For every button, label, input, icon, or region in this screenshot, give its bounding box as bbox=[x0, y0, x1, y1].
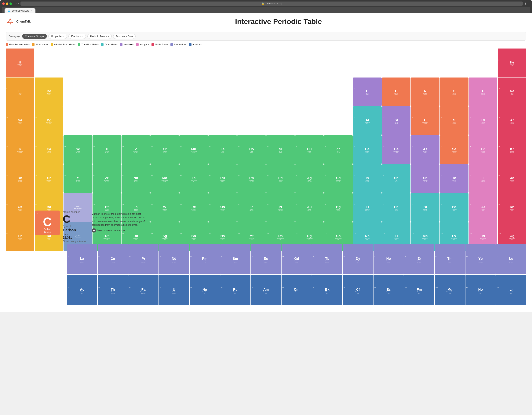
element-cell[interactable]: 1 H Hydrogen 1.007 bbox=[6, 48, 34, 77]
element-cell[interactable]: 27 Co Cobalt 58.933 bbox=[237, 135, 266, 164]
element-cell[interactable]: 56 Ba Barium 137.327 bbox=[35, 193, 63, 222]
close-button[interactable] bbox=[2, 2, 5, 5]
element-cell[interactable]: 8 O Oxygen 15.999 bbox=[440, 77, 468, 106]
element-cell[interactable]: 9 F Fluorine 18.998 bbox=[469, 77, 497, 106]
element-cell[interactable]: 10 Ne Neon 20.18 bbox=[498, 77, 526, 106]
lanthanide-element[interactable]: 63 Eu Europium 151.964 bbox=[251, 244, 281, 274]
element-cell[interactable]: 20 Ca Calcium 40.078 bbox=[35, 135, 63, 164]
element-cell[interactable]: 82 Pb Lead 207.2 bbox=[382, 193, 411, 222]
element-cell[interactable]: 29 Cu Copper 63.546 bbox=[295, 135, 324, 164]
btn-periodic-trends[interactable]: Periodic Trends › bbox=[87, 34, 112, 39]
new-tab-icon[interactable]: + bbox=[528, 2, 530, 5]
address-bar[interactable]: 🔒 chemistrytalk.org bbox=[20, 1, 523, 6]
element-cell[interactable]: 52 Te Tellurium 127.6 bbox=[440, 164, 468, 193]
browser-tab[interactable]: 🌐 chemistrytalk.org ✕ bbox=[5, 8, 36, 13]
forward-icon[interactable]: › bbox=[18, 2, 19, 5]
actinide-element[interactable]: 92 U Uranium 238.029 bbox=[159, 275, 189, 305]
element-cell[interactable]: 55 Cs Cesium 132.905 bbox=[6, 193, 34, 222]
lanthanide-element[interactable]: 61 Pm Promethium 145 bbox=[190, 244, 220, 274]
actinide-element[interactable]: 93 Np Neptunium 237 bbox=[190, 275, 220, 305]
element-cell[interactable]: 80 Hg Mercury 200.59 bbox=[324, 193, 353, 222]
element-cell[interactable]: 39 Y Yttrium 88.906 bbox=[64, 164, 92, 193]
lanthanide-element[interactable]: 70 Yb Ytterbium 173.054 bbox=[466, 244, 496, 274]
actinide-element[interactable]: 94 Pu Plutonium 244 bbox=[220, 275, 251, 305]
element-cell[interactable]: 22 Ti Titanium 47.867 bbox=[93, 135, 121, 164]
actinide-element[interactable]: 95 Am Americium 243 bbox=[251, 275, 281, 305]
lanthanide-element[interactable]: 59 Pr Praseodymium 140.908 bbox=[128, 244, 159, 274]
element-cell[interactable]: 79 Au Gold 196.967 bbox=[295, 193, 324, 222]
element-cell[interactable]: 87 Fr Francium 223 bbox=[6, 222, 34, 251]
share-icon[interactable]: ⬆ bbox=[524, 2, 527, 5]
element-cell[interactable]: 37 Rb Rubidium 85.468 bbox=[6, 164, 34, 193]
element-cell[interactable]: 53 I Iodine 126.904 bbox=[469, 164, 497, 193]
element-cell[interactable]: 6 C Carbon 12.011 bbox=[382, 77, 411, 106]
lanthanide-element[interactable]: 66 Dy Dysprosium 162.5 bbox=[343, 244, 373, 274]
element-cell[interactable]: 45 Rh Rhodium 102.906 bbox=[237, 164, 266, 193]
actinide-element[interactable]: 89 Ac Actinium 227 bbox=[67, 275, 97, 305]
element-cell[interactable]: 75 Re Rhenium 186.207 bbox=[179, 193, 208, 222]
btn-electrons[interactable]: Electrons › bbox=[68, 34, 86, 39]
element-cell[interactable]: 5 B Boron 10.811 bbox=[353, 77, 382, 106]
element-cell[interactable]: 41 Nb Niobium 92.906 bbox=[122, 164, 150, 193]
element-cell[interactable]: 83 Bi Bismuth 208.98 bbox=[411, 193, 439, 222]
element-cell[interactable]: 78 Pt Platinum 195.084 bbox=[266, 193, 295, 222]
element-cell[interactable]: 13 Al Aluminum 26.982 bbox=[353, 106, 382, 135]
element-cell[interactable]: 23 V Vanadium 50.942 bbox=[122, 135, 150, 164]
element-cell[interactable]: 28 Ni Nickel 58.693 bbox=[266, 135, 295, 164]
element-cell[interactable]: 72 Hf Hafnium 178.49 bbox=[93, 193, 121, 222]
btn-discovery-date[interactable]: Discovery Date bbox=[113, 34, 136, 39]
element-cell[interactable]: 4 Be Beryllium 9.012 bbox=[35, 77, 63, 106]
element-cell[interactable]: 32 Ge Germanium 72.64 bbox=[382, 135, 411, 164]
element-cell[interactable]: 38 Sr Strontium 87.62 bbox=[35, 164, 63, 193]
element-cell[interactable]: 11 Na Sodium 22.99 bbox=[6, 106, 34, 135]
element-cell[interactable]: 19 K Potassium 39.098 bbox=[6, 135, 34, 164]
element-cell[interactable]: 85 At Astatine 210 bbox=[469, 193, 497, 222]
lanthanide-element[interactable]: 58 Ce Cerium 140.116 bbox=[98, 244, 128, 274]
element-cell[interactable]: 17 Cl Chlorine 35.453 bbox=[469, 106, 497, 135]
element-cell[interactable]: 76 Os Osmium 190.23 bbox=[208, 193, 237, 222]
tab-close-icon[interactable]: ✕ bbox=[31, 10, 32, 12]
element-cell[interactable]: 77 Ir Iridium 192.217 bbox=[237, 193, 266, 222]
element-cell[interactable]: 34 Se Selenium 78.96 bbox=[440, 135, 468, 164]
actinide-element[interactable]: 96 Cm Curium 247 bbox=[282, 275, 312, 305]
element-cell[interactable]: 54 Xe Xenon 131.293 bbox=[498, 164, 526, 193]
element-cell[interactable]: 43 Tc Technetium 98 bbox=[179, 164, 208, 193]
element-cell[interactable]: 42 Mo Molybdenum 95.96 bbox=[150, 164, 179, 193]
lanthanide-element[interactable]: 60 Nd Neodymium 144.242 bbox=[159, 244, 189, 274]
element-cell[interactable]: 81 Tl Thallium 204.383 bbox=[353, 193, 382, 222]
element-cell[interactable]: 33 As Arsenic 74.922 bbox=[411, 135, 439, 164]
element-cell[interactable]: 2 He Helium 4.002 bbox=[498, 48, 526, 77]
element-cell[interactable]: 14 Si Silicon 28.086 bbox=[382, 106, 411, 135]
element-cell[interactable]: 86 Rn Radon 222 bbox=[498, 193, 526, 222]
element-cell[interactable]: 49 In Indium 114.818 bbox=[353, 164, 382, 193]
lanthanide-element[interactable]: 67 Ho Holmium 164.93 bbox=[373, 244, 404, 274]
element-cell[interactable]: 15 P Phosphorus 30.974 bbox=[411, 106, 439, 135]
lanthanide-element[interactable]: 68 Er Erbium 167.259 bbox=[404, 244, 434, 274]
element-cell[interactable]: 44 Ru Ruthenium 101.07 bbox=[208, 164, 237, 193]
lanthanide-element[interactable]: 71 Lu Lutetium 174.967 bbox=[496, 244, 526, 274]
element-cell[interactable]: 47 Ag Silver 107.868 bbox=[295, 164, 324, 193]
element-cell[interactable]: 40 Zr Zirconium 91.224 bbox=[93, 164, 121, 193]
element-cell[interactable]: 73 Ta Tantalum 180.948 bbox=[122, 193, 150, 222]
btn-chemical-groups[interactable]: Chemical Groups bbox=[22, 34, 47, 39]
element-cell[interactable]: 74 W Tungsten 183.84 bbox=[150, 193, 179, 222]
back-icon[interactable]: ‹ bbox=[16, 2, 17, 5]
lanthanide-element[interactable]: 62 Sm Samarium 150.36 bbox=[220, 244, 251, 274]
lanthanide-element[interactable]: 57 La Lanthanum 138.905 bbox=[67, 244, 97, 274]
lanthanide-element[interactable]: 69 Tm Thulium 168.934 bbox=[435, 244, 465, 274]
lanthanide-element[interactable]: 64 Gd Gadolinium 157.25 bbox=[282, 244, 312, 274]
element-cell[interactable]: 25 Mn Manganese 54.938 bbox=[179, 135, 208, 164]
actinide-element[interactable]: 99 Es Einsteinium 252 bbox=[373, 275, 404, 305]
actinide-element[interactable]: 91 Pa Protactinium 231.036 bbox=[128, 275, 159, 305]
element-cell[interactable]: 50 Sn Tin 118.71 bbox=[382, 164, 411, 193]
element-cell[interactable]: 26 Fe Iron 55.845 bbox=[208, 135, 237, 164]
element-cell[interactable]: 21 Sc Scandium 44.956 bbox=[64, 135, 92, 164]
element-cell[interactable]: 51 Sb Antimony 121.76 bbox=[411, 164, 439, 193]
actinide-element[interactable]: 103 Lr Lawrencium 262 bbox=[496, 275, 526, 305]
btn-properties[interactable]: Properties › bbox=[48, 34, 67, 39]
maximize-button[interactable] bbox=[10, 2, 12, 5]
lanthanide-element[interactable]: 65 Tb Terbium 158.925 bbox=[312, 244, 342, 274]
element-cell[interactable]: 35 Br Bromine 79.904 bbox=[469, 135, 497, 164]
element-cell[interactable]: 16 S Sulfur 32.065 bbox=[440, 106, 468, 135]
actinide-element[interactable]: 100 Fm Fermium 257 bbox=[404, 275, 434, 305]
